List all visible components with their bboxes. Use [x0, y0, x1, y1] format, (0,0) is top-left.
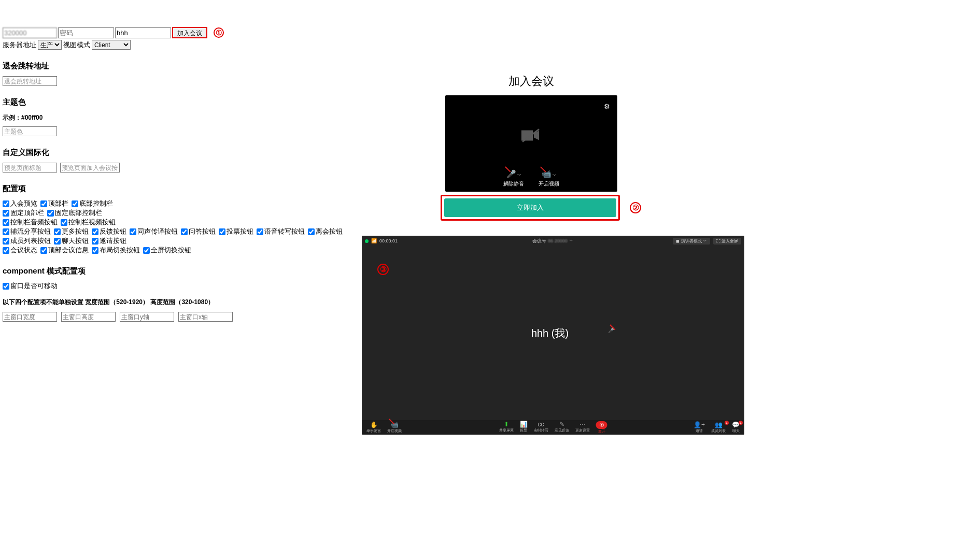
theme-heading: 主题色	[3, 97, 360, 107]
chevron-down-icon[interactable]: ﹀	[569, 238, 574, 245]
signal-icon: 📶	[371, 238, 377, 243]
leave-button[interactable]: ✆离开	[593, 421, 610, 434]
config-option[interactable]: 入会预览	[3, 199, 37, 208]
window-moveable-checkbox[interactable]: 窗口是否可移动	[3, 281, 58, 291]
feedback-button[interactable]: ✎意见反馈	[552, 421, 572, 434]
leave-url-heading: 退会跳转地址	[3, 61, 360, 71]
raise-hand-button[interactable]: ✋举手发言	[364, 422, 384, 433]
name-input[interactable]	[115, 27, 171, 38]
marker-3: ③	[377, 264, 389, 275]
config-option[interactable]: 固定底部控制栏	[47, 208, 102, 218]
connection-status-icon	[365, 239, 369, 243]
config-option[interactable]: 反馈按钮	[92, 227, 126, 236]
window-y-input[interactable]	[120, 312, 174, 322]
view-mode-label: 视图模式	[63, 40, 90, 50]
window-x-input[interactable]	[178, 312, 233, 322]
config-option[interactable]: 问答按钮	[181, 227, 216, 236]
password-input[interactable]	[58, 27, 114, 38]
speaker-mode-button[interactable]: ◼ 演讲者模式 ﹀	[673, 238, 710, 245]
unmute-button[interactable]: 🎤﹀ 解除静音	[503, 169, 524, 188]
video-preview: ⚙ 🎤﹀ 解除静音 📹﹀ 开启视频	[445, 95, 617, 192]
config-option[interactable]: 更多按钮	[54, 227, 89, 236]
window-width-input[interactable]	[3, 312, 57, 322]
toolbar-video-button[interactable]: 📹开启视频	[385, 422, 404, 433]
config-option[interactable]: 语音转写按钮	[257, 227, 305, 236]
config-checkboxes: 入会预览顶部栏底部控制栏固定顶部栏固定底部控制栏控制栏音频按钮控制栏视频按钮 辅…	[3, 199, 360, 255]
config-option[interactable]: 布局切换按钮	[92, 246, 140, 255]
config-heading: 配置项	[3, 184, 360, 194]
more-button[interactable]: ⋯更多设置	[573, 421, 592, 434]
preview-title-input[interactable]	[3, 163, 57, 173]
dimension-note: 以下四个配置项不能单独设置 宽度范围（520-1920） 高度范围（320-10…	[3, 298, 360, 307]
config-option[interactable]: 顶部栏	[40, 199, 68, 208]
config-option[interactable]: 离会按钮	[308, 227, 343, 236]
i18n-heading: 自定义国际化	[3, 148, 360, 157]
vote-button[interactable]: 📊投票	[517, 421, 530, 434]
config-option[interactable]: 邀请按钮	[92, 236, 126, 246]
fullscreen-button[interactable]: ⛶ 进入全屏	[713, 238, 741, 245]
server-select[interactable]: 生产	[38, 40, 62, 50]
config-option[interactable]: 全屏切换按钮	[143, 246, 191, 255]
config-option[interactable]: 控制栏视频按钮	[61, 218, 116, 227]
join-now-button[interactable]: 立即加入	[444, 198, 616, 217]
meeting-id-value: 86 20000	[548, 238, 568, 243]
config-option[interactable]: 成员列表按钮	[3, 236, 51, 246]
config-option[interactable]: 聊天按钮	[54, 236, 89, 246]
join-meeting-button[interactable]: 加入会议	[172, 27, 207, 38]
config-option[interactable]: 控制栏音频按钮	[3, 218, 58, 227]
meeting-window: 📶 00:00:01 会议号 86 20000 ﹀ ◼ 演讲者模式 ﹀ ⛶ 进入…	[362, 236, 744, 435]
theme-example: 示例：#00ff00	[3, 113, 360, 122]
window-height-input[interactable]	[61, 312, 116, 322]
leave-url-input[interactable]	[3, 76, 57, 86]
preview-join-btn-text-input[interactable]	[60, 163, 120, 173]
members-button[interactable]: 👥成员列表1	[709, 422, 728, 433]
component-heading: component 模式配置项	[3, 266, 360, 276]
config-option[interactable]: 底部控制栏	[72, 199, 113, 208]
config-option[interactable]: 辅流分享按钮	[3, 227, 51, 236]
config-option[interactable]: 顶部会议信息	[40, 246, 89, 255]
invite-button[interactable]: 👤+邀请	[691, 422, 708, 433]
chat-button[interactable]: 💬聊天1	[729, 422, 742, 433]
config-option[interactable]: 同声传译按钮	[130, 227, 178, 236]
participant-name: hhh (我)	[531, 326, 569, 340]
meeting-id-input[interactable]	[3, 27, 57, 38]
join-panel-title: 加入会议	[441, 74, 622, 89]
marker-2: ②	[630, 202, 641, 213]
transcribe-button[interactable]: cc实时转写	[531, 421, 551, 434]
mic-muted-icon: 🎤	[608, 327, 614, 333]
meeting-timer: 00:00:01	[379, 238, 398, 243]
share-screen-button[interactable]: ⬆共享屏幕	[497, 421, 516, 434]
open-video-button[interactable]: 📹﹀ 开启视频	[539, 169, 559, 188]
view-mode-select[interactable]: Client	[92, 40, 131, 50]
camera-off-icon	[520, 124, 542, 148]
marker-1: ①	[214, 27, 224, 38]
server-address-label: 服务器地址	[3, 40, 36, 50]
meeting-id-label: 会议号	[532, 238, 546, 245]
theme-input[interactable]	[3, 126, 57, 136]
config-option[interactable]: 会议状态	[3, 246, 37, 255]
config-option[interactable]: 投票按钮	[219, 227, 253, 236]
config-option[interactable]: 固定顶部栏	[3, 208, 44, 218]
settings-icon[interactable]: ⚙	[604, 103, 610, 110]
